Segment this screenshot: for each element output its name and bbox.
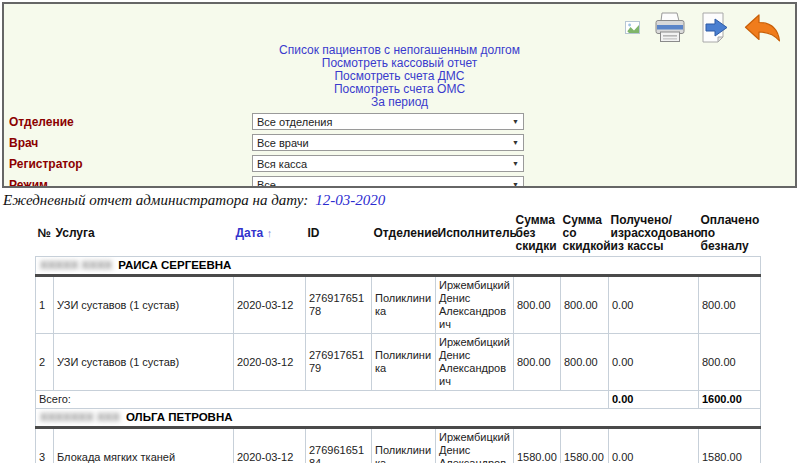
mode-select[interactable]: Все ▼ xyxy=(252,176,524,188)
table-header-row: № Услуга Дата ↑ ID Отделение Исполнитель… xyxy=(36,213,761,257)
filters: Отделение Все отделения ▼ Врач Все врачи… xyxy=(4,111,795,188)
registrar-select-value: Вся касса xyxy=(257,158,512,170)
total-cash: 0.00 xyxy=(609,391,699,409)
cell-date: 2020-03-12 xyxy=(234,276,306,334)
cell-cashless: 800.00 xyxy=(699,334,761,391)
col-header-date: Дата ↑ xyxy=(234,213,306,257)
report-title-text: Ежедневный отчет администратора на дату: xyxy=(3,192,308,208)
patient-name-visible: РАИСА СЕРГЕЕВНА xyxy=(118,259,231,271)
patient-name: ХХХХХХХ ХХХОЛЬГА ПЕТРОВНА xyxy=(36,409,761,428)
cell-num: 3 xyxy=(36,428,54,463)
cell-performer: Иржембицкий Денис Александрович xyxy=(436,276,514,334)
sort-asc-icon: ↑ xyxy=(267,227,273,239)
toolbar xyxy=(625,12,781,43)
cell-id: 27691765178 xyxy=(306,276,372,334)
filter-panel: Список пациентов с непогашенным долгом П… xyxy=(2,2,797,188)
filter-row-department: Отделение Все отделения ▼ xyxy=(4,111,795,132)
col-header-service: Услуга xyxy=(54,213,234,257)
cell-num: 2 xyxy=(36,334,54,391)
report-links: Список пациентов с непогашенным долгом П… xyxy=(4,44,795,109)
col-header-id: ID xyxy=(306,213,372,257)
doctor-select-value: Все врачи xyxy=(257,137,512,149)
table-row: 1 УЗИ суставов (1 сустав) 2020-03-12 276… xyxy=(36,276,761,334)
filter-row-doctor: Врач Все врачи ▼ xyxy=(4,132,795,153)
patient-group-row: ХХХХХ ХХХХРАИСА СЕРГЕЕВНА xyxy=(36,257,761,276)
daily-report-table: № Услуга Дата ↑ ID Отделение Исполнитель… xyxy=(35,213,761,463)
cell-department: Поликлиника xyxy=(372,276,436,334)
table-row: 3 Блокада мягких тканей 2020-03-12 27696… xyxy=(36,428,761,463)
col-header-cash: Получено/ израсходовано из кассы xyxy=(609,213,699,257)
cell-performer: Иржембицкий Денис Александрович xyxy=(436,428,514,463)
cell-date: 2020-03-12 xyxy=(234,428,306,463)
department-select[interactable]: Все отделения ▼ xyxy=(252,113,524,130)
sort-date-link[interactable]: Дата xyxy=(236,226,264,240)
cell-sum-no-discount: 800.00 xyxy=(514,276,561,334)
cell-cash: 0.00 xyxy=(609,276,699,334)
print-icon[interactable] xyxy=(653,12,687,43)
department-label: Отделение xyxy=(9,115,252,129)
filter-row-registrar: Регистратор Вся касса ▼ xyxy=(4,153,795,174)
export-icon[interactable] xyxy=(700,12,731,43)
mode-select-value: Все xyxy=(257,179,512,189)
cell-department: Поликлиника xyxy=(372,428,436,463)
patient-name: ХХХХХ ХХХХРАИСА СЕРГЕЕВНА xyxy=(36,257,761,276)
table-row: 2 УЗИ суставов (1 сустав) 2020-03-12 276… xyxy=(36,334,761,391)
cell-service: УЗИ суставов (1 сустав) xyxy=(54,334,234,391)
total-cashless: 1600.00 xyxy=(699,391,761,409)
col-header-cashless: Оплачено по безналу xyxy=(699,213,761,257)
col-header-num: № xyxy=(36,213,54,257)
cell-sum-with-discount: 1580.00 xyxy=(561,428,609,463)
cell-sum-with-discount: 800.00 xyxy=(561,276,609,334)
image-icon[interactable] xyxy=(625,21,640,34)
cell-performer: Иржембицкий Денис Александрович xyxy=(436,334,514,391)
cell-sum-with-discount: 800.00 xyxy=(561,334,609,391)
chevron-down-icon: ▼ xyxy=(512,139,519,146)
cell-id: 27691765179 xyxy=(306,334,372,391)
redacted-surname: ХХХХХ ХХХХ xyxy=(40,259,112,271)
total-label: Всего: xyxy=(36,391,609,409)
cell-service: Блокада мягких тканей xyxy=(54,428,234,463)
report-date: 12-03-2020 xyxy=(315,192,385,208)
chevron-down-icon: ▼ xyxy=(512,118,519,125)
redacted-surname: ХХХХХХХ ХХХ xyxy=(40,411,120,423)
report-title: Ежедневный отчет администратора на дату:… xyxy=(3,192,800,209)
mode-label: Режим xyxy=(9,178,252,189)
patient-name-visible: ОЛЬГА ПЕТРОВНА xyxy=(126,411,233,423)
chevron-down-icon: ▼ xyxy=(512,160,519,167)
back-icon[interactable] xyxy=(744,13,781,43)
group-total-row: Всего: 0.00 1600.00 xyxy=(36,391,761,409)
cell-id: 27696165184 xyxy=(306,428,372,463)
cell-department: Поликлиника xyxy=(372,334,436,391)
cell-cashless: 1580.00 xyxy=(699,428,761,463)
doctor-label: Врач xyxy=(9,136,252,150)
cell-service: УЗИ суставов (1 сустав) xyxy=(54,276,234,334)
filter-row-mode: Режим Все ▼ xyxy=(4,174,795,188)
cell-num: 1 xyxy=(36,276,54,334)
chevron-down-icon: ▼ xyxy=(512,181,519,188)
cell-sum-no-discount: 1580.00 xyxy=(514,428,561,463)
registrar-label: Регистратор xyxy=(9,157,252,171)
col-header-sum-with-discount: Сумма со скидкой xyxy=(561,213,609,257)
doctor-select[interactable]: Все врачи ▼ xyxy=(252,134,524,151)
col-header-sum-no-discount: Сумма без скидки xyxy=(514,213,561,257)
cell-date: 2020-03-12 xyxy=(234,334,306,391)
col-header-department: Отделение xyxy=(372,213,436,257)
patient-group-row: ХХХХХХХ ХХХОЛЬГА ПЕТРОВНА xyxy=(36,409,761,428)
cell-cash: 0.00 xyxy=(609,428,699,463)
department-select-value: Все отделения xyxy=(257,116,512,128)
cell-cashless: 800.00 xyxy=(699,276,761,334)
cell-cash: 0.00 xyxy=(609,334,699,391)
registrar-select[interactable]: Вся касса ▼ xyxy=(252,155,524,172)
col-header-performer: Исполнитель xyxy=(436,213,514,257)
cell-sum-no-discount: 800.00 xyxy=(514,334,561,391)
link-period[interactable]: За период xyxy=(4,96,795,109)
